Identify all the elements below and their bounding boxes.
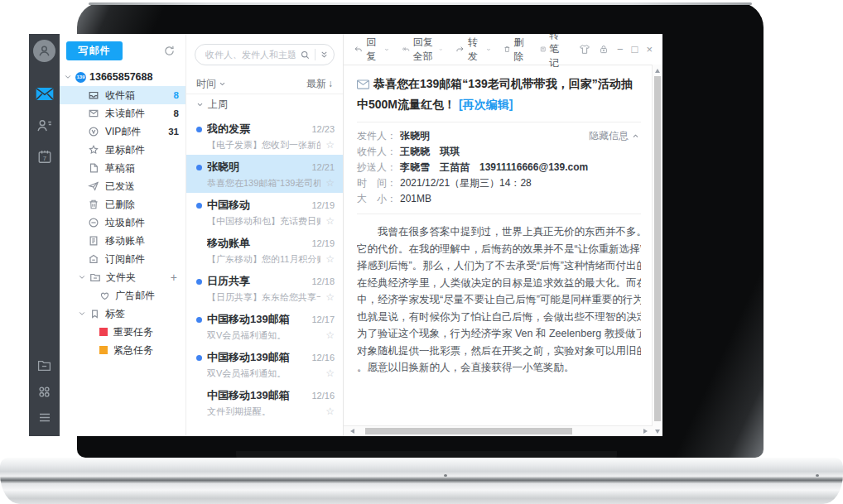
search-box[interactable] <box>195 44 335 65</box>
mail-item[interactable]: 日历共享12/18 【日历共享】东东给您共享一个名为“活...☆ <box>186 269 343 307</box>
mail-item[interactable]: 中国移动139邮箱12/16 文件到期提醒。☆ <box>186 383 343 421</box>
list-sort-bar: 时间 最新↓ <box>186 74 343 94</box>
reply-button[interactable]: 回复 <box>354 36 389 64</box>
mail-item[interactable]: 中国移动139邮箱12/17 双V会员福利通知。☆ <box>186 307 343 345</box>
scroll-down-arrow[interactable] <box>655 430 660 434</box>
lock-icon[interactable] <box>599 44 609 55</box>
chevron-down-icon <box>219 80 226 88</box>
folder-drafts[interactable]: 草稿箱 <box>60 159 185 177</box>
star-icon <box>88 144 99 156</box>
folder-unread[interactable]: 未读邮件 8 <box>60 104 185 122</box>
chevron-down-icon <box>486 46 491 53</box>
user-icon <box>37 44 51 58</box>
sort-by-time[interactable]: 时间 <box>196 77 216 91</box>
add-folder-button[interactable]: + <box>171 271 177 284</box>
forward-button[interactable]: 转发 <box>455 36 491 64</box>
mail-icon <box>357 76 369 95</box>
folder-rail-icon[interactable] <box>37 359 51 372</box>
app-rail: 7 <box>29 34 60 436</box>
folder-icon <box>89 271 101 283</box>
folder-sidebar: 写邮件 139 13665857688 收件箱 8 未读邮件 8 <box>60 34 186 436</box>
folder-inbox[interactable]: 收件箱 8 <box>60 86 185 104</box>
group-last-week[interactable]: 上周 <box>186 94 343 115</box>
calendar-rail-icon[interactable]: 7 <box>37 149 52 164</box>
mail-item[interactable]: 移动账单12/19 【广东移动】您的11月积分账单已送达 ...☆ <box>186 231 343 269</box>
close-button[interactable]: × <box>646 43 653 55</box>
heart-tag-icon <box>99 290 110 301</box>
folder-ads[interactable]: 广告邮件 <box>60 286 185 305</box>
star-icon[interactable]: ☆ <box>325 329 335 341</box>
folder-mobile-bill[interactable]: 移动账单 <box>60 232 185 250</box>
mail-item[interactable]: 中国移动139邮箱12/16 双V会员福利通知。☆ <box>186 345 343 383</box>
scroll-right-arrow[interactable] <box>643 429 648 434</box>
order-newest[interactable]: 最新↓ <box>306 77 333 91</box>
apps-grid-icon[interactable] <box>37 385 51 399</box>
compose-button[interactable]: 写邮件 <box>66 41 123 60</box>
folder-list: 收件箱 8 未读邮件 8 VIP邮件 31 星标邮件 <box>60 86 185 359</box>
minimize-button[interactable]: − <box>617 43 624 55</box>
folder-vip[interactable]: VIP邮件 31 <box>60 122 185 141</box>
folder-group[interactable]: 文件夹 + <box>60 268 185 286</box>
folder-starred[interactable]: 星标邮件 <box>60 141 185 159</box>
star-icon[interactable]: ☆ <box>325 253 335 265</box>
trash-icon <box>503 44 511 55</box>
unread-dot <box>196 279 202 285</box>
scroll-up-arrow[interactable] <box>655 69 660 73</box>
unread-dot <box>196 317 202 323</box>
account-row[interactable]: 139 13665857688 <box>64 69 152 85</box>
search-icon[interactable] <box>300 50 311 60</box>
vip-count: 31 <box>168 127 179 137</box>
mail-item[interactable]: 我的发票12/23 【电子发票】您收到一张新的电子发票。☆ <box>186 117 343 155</box>
window-controls: − □ × <box>579 43 653 55</box>
mail-rail-icon[interactable] <box>36 87 54 101</box>
screenshot-stage: 7 写邮件 139 13665857688 收件箱 8 <box>0 0 843 504</box>
tag-important[interactable]: 重要任务 <box>60 323 185 341</box>
reply-all-button[interactable]: 回复全部 <box>402 36 443 64</box>
scroll-left-arrow[interactable] <box>350 429 354 434</box>
unread-count: 8 <box>174 108 179 118</box>
reading-pane: 回复 回复全部 转发 删除 <box>344 34 662 436</box>
refresh-icon[interactable] <box>163 45 176 60</box>
folder-deleted[interactable]: 已删除 <box>60 195 185 214</box>
meta-time: 时 间：2021/12/21（星期三）14：28 <box>357 175 641 191</box>
tag-group[interactable]: 标签 <box>60 305 185 323</box>
search-input[interactable] <box>204 49 300 60</box>
maximize-button[interactable]: □ <box>632 43 638 55</box>
tag-urgent[interactable]: 紧急任务 <box>60 341 185 359</box>
laptop-base <box>0 458 843 504</box>
horizontal-scroll-thumb[interactable] <box>365 428 572 434</box>
star-icon[interactable]: ☆ <box>325 215 335 227</box>
mail-icon <box>88 108 99 119</box>
mail-item[interactable]: 中国移动12/19 【中国移动和包】充话费日账单已送到 ...☆ <box>186 193 343 231</box>
folder-sent[interactable]: 已发送 <box>60 177 185 195</box>
folder-junk[interactable]: 垃圾邮件 <box>60 214 185 232</box>
theme-tshirt-icon[interactable] <box>579 44 590 55</box>
vertical-scrollbar[interactable] <box>652 65 662 426</box>
edit-again-link[interactable]: [再次编辑] <box>459 98 513 111</box>
star-icon[interactable]: ☆ <box>325 291 335 303</box>
chevron-up-icon <box>632 132 639 140</box>
star-icon[interactable]: ☆ <box>325 367 335 379</box>
mail-item-selected[interactable]: 张晓明12/21 恭喜您在139邮箱“139老司机带带我...☆ <box>186 155 343 193</box>
star-icon[interactable]: ☆ <box>325 406 335 417</box>
laptop-lid-rim <box>89 2 752 5</box>
double-chevron-down-icon[interactable] <box>320 50 329 60</box>
reply-icon <box>354 44 363 55</box>
folder-subscriptions[interactable]: 订阅邮件 <box>60 250 185 268</box>
hide-info-toggle[interactable]: 隐藏信息 <box>589 128 639 144</box>
unread-dot <box>196 165 202 170</box>
vertical-scroll-thumb[interactable] <box>654 76 661 421</box>
star-icon[interactable]: ☆ <box>325 139 335 151</box>
inbox-icon <box>88 89 99 101</box>
chevron-down-icon <box>78 310 86 318</box>
contacts-rail-icon[interactable] <box>36 118 52 132</box>
menu-icon[interactable] <box>38 412 51 423</box>
base-screw <box>444 474 447 477</box>
star-icon[interactable]: ☆ <box>325 177 335 189</box>
avatar[interactable] <box>33 40 55 62</box>
mail-subject: 恭喜您在139邮箱“139老司机带带我，回家”活动抽中500M流量红包！[再次编… <box>357 74 641 114</box>
inbox-count: 8 <box>174 90 179 100</box>
svg-text:7: 7 <box>42 155 46 162</box>
delete-button[interactable]: 删除 <box>503 36 527 64</box>
horizontal-scrollbar[interactable] <box>344 425 653 436</box>
